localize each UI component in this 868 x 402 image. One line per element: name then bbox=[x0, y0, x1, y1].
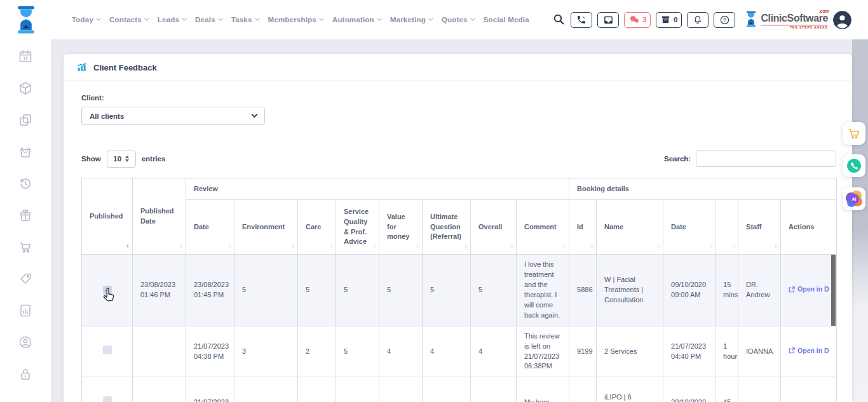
nav-marketing[interactable]: Marketing bbox=[390, 16, 433, 23]
published-date-cell: 23/08/2023 01:46 PM bbox=[133, 255, 186, 326]
search-label: Search: bbox=[664, 155, 691, 163]
sort-icon bbox=[126, 243, 129, 251]
table-search: Search: bbox=[664, 150, 836, 167]
nav-leads[interactable]: Leads bbox=[158, 16, 186, 23]
sort-icon bbox=[329, 243, 332, 251]
gift-icon[interactable] bbox=[18, 208, 33, 223]
actions-cell bbox=[781, 377, 837, 402]
col-header-published-date[interactable]: Published Date bbox=[133, 178, 186, 255]
table-scrollbar-thumb[interactable] bbox=[831, 255, 836, 326]
booking-id-cell: 9199 bbox=[569, 326, 597, 377]
report-icon[interactable] bbox=[18, 303, 33, 318]
nav-today[interactable]: Today bbox=[72, 16, 100, 23]
clinicsoftware-logo: ClinicSoftware.com TEN STEPS AHEAD bbox=[744, 10, 828, 29]
basket-icon[interactable] bbox=[18, 144, 33, 159]
table-row: 21/07/2023 My hero iLIPO | 6 SESSIONS (4… bbox=[82, 377, 837, 402]
col-header-ultimate-question[interactable]: Ultimate Question (Referral) bbox=[423, 200, 471, 255]
clinic-software-app: Today Contacts Leads Deals Tasks Members… bbox=[0, 0, 868, 402]
review-date-cell: 21/07/2023 bbox=[186, 377, 234, 402]
brand-hourglass-icon[interactable] bbox=[11, 4, 41, 35]
ultimate-question-cell: 5 bbox=[423, 255, 471, 326]
col-header-environment[interactable]: Environment bbox=[234, 200, 298, 255]
page-title: Client Feedback bbox=[93, 63, 157, 72]
open-in-diary-link[interactable]: Open in D bbox=[789, 285, 829, 294]
help-button[interactable]: ? bbox=[714, 12, 735, 28]
history-icon[interactable] bbox=[18, 176, 33, 191]
cart-icon bbox=[847, 126, 861, 140]
top-header: Today Contacts Leads Deals Tasks Members… bbox=[0, 0, 868, 39]
col-header-overall[interactable]: Overall bbox=[471, 200, 517, 255]
open-in-diary-link[interactable]: Open in D bbox=[789, 346, 829, 356]
chat-count-badge: 3 bbox=[642, 16, 646, 23]
col-header-staff[interactable]: Staff bbox=[738, 200, 781, 255]
call-icon bbox=[846, 158, 862, 173]
table-row: ✓ 23/08/2023 01:46 PM 23/08/2023 01:45 P… bbox=[82, 255, 837, 326]
booking-date-cell: 21/07/2023 04:40 PM bbox=[663, 326, 715, 377]
sort-icon bbox=[774, 243, 777, 251]
booking-date-cell: 20/10/2020 bbox=[663, 377, 715, 402]
spinner-icon bbox=[125, 156, 129, 162]
calendar-icon[interactable]: 12 bbox=[18, 49, 33, 64]
sort-icon bbox=[510, 243, 513, 251]
inbox-button[interactable] bbox=[597, 12, 619, 28]
search-input[interactable] bbox=[696, 151, 836, 167]
chevron-down-icon bbox=[377, 15, 382, 20]
duplicate-icon[interactable] bbox=[18, 112, 33, 128]
value-for-money-cell bbox=[379, 377, 423, 402]
col-header-review-date[interactable]: Date bbox=[186, 200, 234, 255]
tags-icon[interactable] bbox=[18, 271, 33, 286]
nav-tasks[interactable]: Tasks bbox=[231, 16, 259, 23]
pos-button[interactable]: 0 bbox=[656, 12, 682, 28]
floating-ai-button[interactable]: AI bbox=[843, 187, 865, 210]
col-header-value-for-money[interactable]: Value for money bbox=[379, 200, 423, 255]
col-header-comment[interactable]: Comment bbox=[517, 200, 569, 255]
review-date-cell: 23/08/2023 01:45 PM bbox=[186, 255, 234, 326]
nav-automation[interactable]: Automation bbox=[332, 16, 381, 23]
page-scrollbar[interactable] bbox=[852, 39, 868, 402]
sort-icon bbox=[179, 243, 182, 251]
duration-cell: 1 hour bbox=[715, 326, 738, 377]
col-header-duration[interactable] bbox=[715, 200, 738, 255]
nav-social-media[interactable]: Social Media bbox=[484, 16, 529, 23]
published-checkbox-cell bbox=[82, 377, 133, 402]
service-quality-cell bbox=[336, 377, 379, 402]
search-icon[interactable] bbox=[553, 13, 566, 26]
account-icon[interactable] bbox=[18, 335, 33, 350]
cart-icon[interactable] bbox=[18, 239, 33, 255]
lock-icon[interactable] bbox=[18, 366, 33, 382]
col-header-service-quality[interactable]: Service Quality & Prof. Advice bbox=[336, 200, 379, 255]
package-icon[interactable] bbox=[18, 81, 33, 96]
page-size-select[interactable]: 10 bbox=[107, 151, 136, 168]
col-header-published[interactable]: Published bbox=[82, 178, 133, 255]
help-icon: ? bbox=[719, 15, 730, 25]
user-avatar[interactable] bbox=[833, 11, 851, 29]
chevron-down-icon bbox=[254, 15, 259, 20]
overall-cell: 4 bbox=[471, 326, 517, 377]
nav-deals[interactable]: Deals bbox=[195, 16, 222, 23]
phone-button[interactable] bbox=[571, 12, 592, 28]
nav-contacts[interactable]: Contacts bbox=[109, 16, 149, 23]
col-header-id[interactable]: Id bbox=[569, 200, 597, 255]
floating-cart-button[interactable] bbox=[843, 122, 865, 145]
staff-cell bbox=[738, 377, 781, 402]
notifications-button[interactable] bbox=[687, 12, 709, 28]
chart-icon bbox=[76, 62, 88, 73]
chat-button[interactable]: 3 bbox=[624, 12, 651, 28]
nav-quotes[interactable]: Quotes bbox=[442, 16, 475, 23]
sort-icon bbox=[227, 243, 231, 251]
booking-name-cell: iLIPO | 6 SESSIONS (45 bbox=[597, 377, 663, 402]
floating-call-button[interactable] bbox=[843, 154, 865, 177]
svg-text:?: ? bbox=[723, 17, 726, 23]
published-checkbox[interactable] bbox=[103, 396, 112, 402]
col-header-booking-date[interactable]: Date bbox=[663, 200, 715, 255]
col-header-name[interactable]: Name bbox=[597, 200, 663, 255]
nav-memberships[interactable]: Memberships bbox=[268, 16, 323, 23]
chevron-down-icon bbox=[182, 15, 187, 20]
col-header-care[interactable]: Care bbox=[298, 200, 336, 255]
environment-cell: 5 bbox=[234, 255, 298, 326]
published-date-cell bbox=[133, 377, 186, 402]
published-checkbox[interactable]: ✓ bbox=[103, 286, 112, 295]
published-checkbox[interactable] bbox=[103, 345, 112, 354]
sort-icon bbox=[656, 243, 660, 251]
client-select[interactable]: All clients bbox=[81, 107, 265, 125]
